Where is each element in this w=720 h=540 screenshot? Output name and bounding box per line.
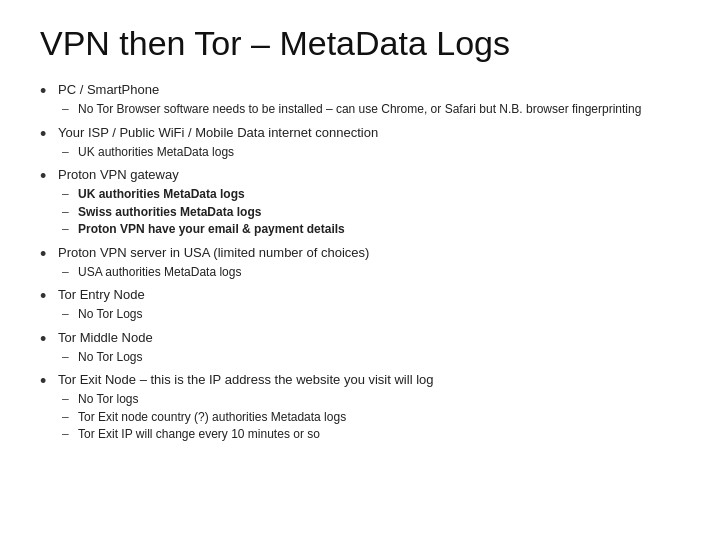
main-list: •PC / SmartPhone–No Tor Browser software… xyxy=(40,81,680,444)
list-item-title: Proton VPN server in USA (limited number… xyxy=(58,244,680,262)
sub-list: –No Tor Logs xyxy=(62,306,680,323)
page-title: VPN then Tor – MetaData Logs xyxy=(40,24,680,63)
sub-list: –UK authorities MetaData logs–Swiss auth… xyxy=(62,186,680,238)
list-item-content: Proton VPN server in USA (limited number… xyxy=(58,244,680,282)
sub-list-item: –No Tor Logs xyxy=(62,349,680,366)
list-item: •Tor Middle Node–No Tor Logs xyxy=(40,329,680,367)
sub-list: –No Tor logs–Tor Exit node country (?) a… xyxy=(62,391,680,443)
list-item-content: Your ISP / Public WiFi / Mobile Data int… xyxy=(58,124,680,162)
sub-list-item-text: No Tor Logs xyxy=(78,306,142,323)
sub-list-item-text: Proton VPN have your email & payment det… xyxy=(78,221,345,238)
bullet-icon: • xyxy=(40,245,58,263)
sub-list-item: –No Tor logs xyxy=(62,391,680,408)
sub-list-item: –UK authorities MetaData logs xyxy=(62,186,680,203)
sub-list-item: –USA authorities MetaData logs xyxy=(62,264,680,281)
sub-list: –UK authorities MetaData logs xyxy=(62,144,680,161)
sub-list-item: –Proton VPN have your email & payment de… xyxy=(62,221,680,238)
list-item: •Proton VPN server in USA (limited numbe… xyxy=(40,244,680,282)
list-item: •Tor Entry Node–No Tor Logs xyxy=(40,286,680,324)
list-item-title: Your ISP / Public WiFi / Mobile Data int… xyxy=(58,124,680,142)
sub-list-item-text: No Tor Logs xyxy=(78,349,142,366)
dash-icon: – xyxy=(62,306,78,323)
sub-list-item-text: Tor Exit IP will change every 10 minutes… xyxy=(78,426,320,443)
dash-icon: – xyxy=(62,349,78,366)
bullet-icon: • xyxy=(40,167,58,185)
list-item-title: Tor Middle Node xyxy=(58,329,680,347)
list-item-content: Tor Entry Node–No Tor Logs xyxy=(58,286,680,324)
sub-list: –No Tor Logs xyxy=(62,349,680,366)
sub-list-item-text: No Tor logs xyxy=(78,391,138,408)
list-item-title: PC / SmartPhone xyxy=(58,81,680,99)
dash-icon: – xyxy=(62,391,78,408)
list-item-content: Tor Exit Node – this is the IP address t… xyxy=(58,371,680,443)
bullet-icon: • xyxy=(40,372,58,390)
list-item-title: Tor Exit Node – this is the IP address t… xyxy=(58,371,680,389)
sub-list-item-text: Swiss authorities MetaData logs xyxy=(78,204,261,221)
bullet-icon: • xyxy=(40,125,58,143)
sub-list: –No Tor Browser software needs to be ins… xyxy=(62,101,680,118)
dash-icon: – xyxy=(62,101,78,118)
dash-icon: – xyxy=(62,186,78,203)
page-container: VPN then Tor – MetaData Logs •PC / Smart… xyxy=(0,0,720,465)
sub-list-item-text: Tor Exit node country (?) authorities Me… xyxy=(78,409,346,426)
dash-icon: – xyxy=(62,144,78,161)
sub-list-item: –Tor Exit IP will change every 10 minute… xyxy=(62,426,680,443)
list-item: •Proton VPN gateway–UK authorities MetaD… xyxy=(40,166,680,238)
dash-icon: – xyxy=(62,426,78,443)
dash-icon: – xyxy=(62,264,78,281)
list-item-content: Tor Middle Node–No Tor Logs xyxy=(58,329,680,367)
sub-list-item-text: UK authorities MetaData logs xyxy=(78,186,245,203)
sub-list: –USA authorities MetaData logs xyxy=(62,264,680,281)
list-item-title: Tor Entry Node xyxy=(58,286,680,304)
bullet-icon: • xyxy=(40,82,58,100)
sub-list-item: –Swiss authorities MetaData logs xyxy=(62,204,680,221)
list-item-title: Proton VPN gateway xyxy=(58,166,680,184)
sub-list-item: –No Tor Browser software needs to be ins… xyxy=(62,101,680,118)
list-item: •Your ISP / Public WiFi / Mobile Data in… xyxy=(40,124,680,162)
dash-icon: – xyxy=(62,221,78,238)
dash-icon: – xyxy=(62,204,78,221)
sub-list-item-text: UK authorities MetaData logs xyxy=(78,144,234,161)
list-item: •Tor Exit Node – this is the IP address … xyxy=(40,371,680,443)
list-item-content: Proton VPN gateway–UK authorities MetaDa… xyxy=(58,166,680,238)
bullet-icon: • xyxy=(40,287,58,305)
sub-list-item: –Tor Exit node country (?) authorities M… xyxy=(62,409,680,426)
list-item: •PC / SmartPhone–No Tor Browser software… xyxy=(40,81,680,119)
sub-list-item: –UK authorities MetaData logs xyxy=(62,144,680,161)
list-item-content: PC / SmartPhone–No Tor Browser software … xyxy=(58,81,680,119)
sub-list-item-text: USA authorities MetaData logs xyxy=(78,264,241,281)
sub-list-item: –No Tor Logs xyxy=(62,306,680,323)
bullet-icon: • xyxy=(40,330,58,348)
dash-icon: – xyxy=(62,409,78,426)
sub-list-item-text: No Tor Browser software needs to be inst… xyxy=(78,101,641,118)
